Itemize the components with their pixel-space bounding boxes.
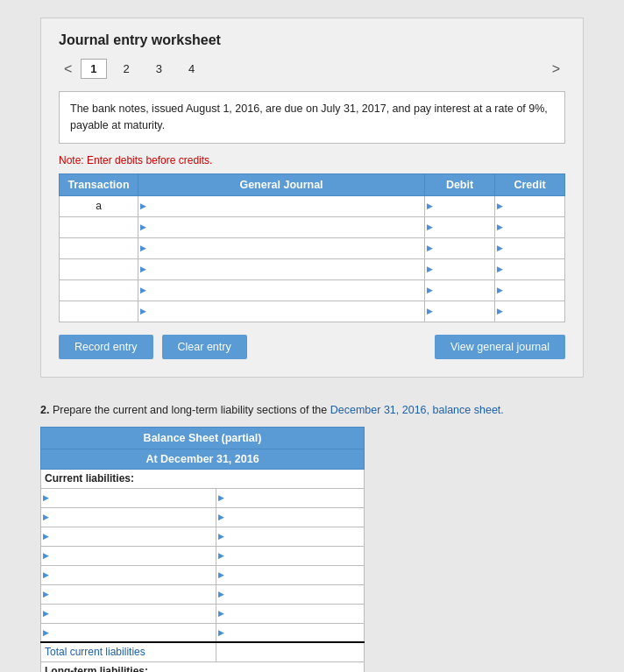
bs-label-1[interactable] <box>41 488 216 507</box>
col-header-journal: General Journal <box>138 173 425 195</box>
credit-input-2[interactable] <box>495 216 565 237</box>
total-current-value[interactable] <box>216 642 364 661</box>
tab-3[interactable]: 3 <box>146 59 172 79</box>
col-header-transaction: Transaction <box>60 173 138 195</box>
table-row <box>60 258 565 279</box>
bs-value-1[interactable] <box>216 488 364 507</box>
description-box: The bank notes, issued August 1, 2016, a… <box>59 91 565 144</box>
transaction-cell-2 <box>60 216 138 237</box>
tab-1[interactable]: 1 <box>81 59 106 79</box>
table-row <box>41 565 365 584</box>
table-row <box>60 216 565 237</box>
long-term-header-row: Long-term liabilities: <box>41 661 365 672</box>
transaction-cell-5 <box>60 279 138 301</box>
bs-label-7[interactable] <box>41 604 216 623</box>
journal-input-1[interactable] <box>138 195 425 216</box>
part2-section: 2. Prepare the current and long-term lia… <box>40 404 584 673</box>
bs-label-6[interactable] <box>41 584 216 604</box>
transaction-cell-3 <box>60 237 138 258</box>
record-entry-button[interactable]: Record entry <box>59 335 153 359</box>
transaction-cell-4 <box>60 258 138 279</box>
bs-label-3[interactable] <box>41 527 216 546</box>
part2-instruction: 2. Prepare the current and long-term lia… <box>40 404 584 416</box>
table-row <box>41 584 365 604</box>
table-row <box>41 507 365 527</box>
bs-value-6[interactable] <box>216 584 364 604</box>
table-row <box>41 527 365 546</box>
tab-2[interactable]: 2 <box>114 59 139 79</box>
debit-input-3[interactable] <box>425 237 495 258</box>
button-row: Record entry Clear entry View general jo… <box>59 335 565 359</box>
credit-input-3[interactable] <box>495 237 565 258</box>
bs-title: Balance Sheet (partial) <box>41 427 365 449</box>
col-header-debit: Debit <box>425 173 495 195</box>
tab-navigation: < 1 2 3 4 > <box>59 59 565 79</box>
tab-4[interactable]: 4 <box>179 59 204 79</box>
description-text: The bank notes, issued August 1, 2016, a… <box>70 103 548 131</box>
part2-text: Prepare the current and long-term liabil… <box>53 404 330 416</box>
current-liabilities-label: Current liabilities: <box>41 469 365 488</box>
bs-value-3[interactable] <box>216 527 364 546</box>
debit-input-4[interactable] <box>425 258 495 279</box>
worksheet-title: Journal entry worksheet <box>59 32 565 48</box>
bs-subtitle: At December 31, 2016 <box>41 449 365 469</box>
part2-number: 2. <box>40 404 49 416</box>
table-row <box>41 604 365 623</box>
bs-value-4[interactable] <box>216 546 364 565</box>
table-row <box>41 623 365 642</box>
credit-input-1[interactable] <box>495 195 565 216</box>
table-row <box>41 488 365 507</box>
journal-input-5[interactable] <box>138 279 425 301</box>
debit-input-6[interactable] <box>425 301 495 322</box>
journal-input-2[interactable] <box>138 216 425 237</box>
journal-table: Transaction General Journal Debit Credit… <box>59 173 565 322</box>
credit-input-4[interactable] <box>495 258 565 279</box>
prev-arrow[interactable]: < <box>59 60 77 79</box>
bs-label-2[interactable] <box>41 507 216 527</box>
table-row: a <box>60 195 565 216</box>
part2-highlight: December 31, 2016, balance sheet. <box>330 404 504 416</box>
table-row <box>60 301 565 322</box>
bs-value-5[interactable] <box>216 565 364 584</box>
total-current-label: Total current liabilities <box>41 642 216 661</box>
table-row <box>41 546 365 565</box>
credit-input-6[interactable] <box>495 301 565 322</box>
debit-input-2[interactable] <box>425 216 495 237</box>
next-arrow[interactable]: > <box>547 60 565 79</box>
table-row <box>60 237 565 258</box>
transaction-cell-1: a <box>60 195 138 216</box>
bs-value-7[interactable] <box>216 604 364 623</box>
bs-value-8[interactable] <box>216 623 364 642</box>
bs-value-2[interactable] <box>216 507 364 527</box>
view-general-journal-button[interactable]: View general journal <box>435 335 565 359</box>
credit-input-5[interactable] <box>495 279 565 301</box>
debit-input-5[interactable] <box>425 279 495 301</box>
total-current-row: Total current liabilities <box>41 642 365 661</box>
journal-input-3[interactable] <box>138 237 425 258</box>
balance-sheet-table: Balance Sheet (partial) At December 31, … <box>40 427 365 673</box>
table-row <box>60 279 565 301</box>
current-liabilities-header-row: Current liabilities: <box>41 469 365 488</box>
col-header-credit: Credit <box>495 173 565 195</box>
bs-label-4[interactable] <box>41 546 216 565</box>
bs-label-8[interactable] <box>41 623 216 642</box>
journal-input-6[interactable] <box>138 301 425 322</box>
journal-input-4[interactable] <box>138 258 425 279</box>
bs-label-5[interactable] <box>41 565 216 584</box>
debit-input-1[interactable] <box>425 195 495 216</box>
note-text: Note: Enter debits before credits. <box>59 154 565 166</box>
long-term-label: Long-term liabilities: <box>41 661 365 672</box>
transaction-cell-6 <box>60 301 138 322</box>
clear-entry-button[interactable]: Clear entry <box>162 335 247 359</box>
